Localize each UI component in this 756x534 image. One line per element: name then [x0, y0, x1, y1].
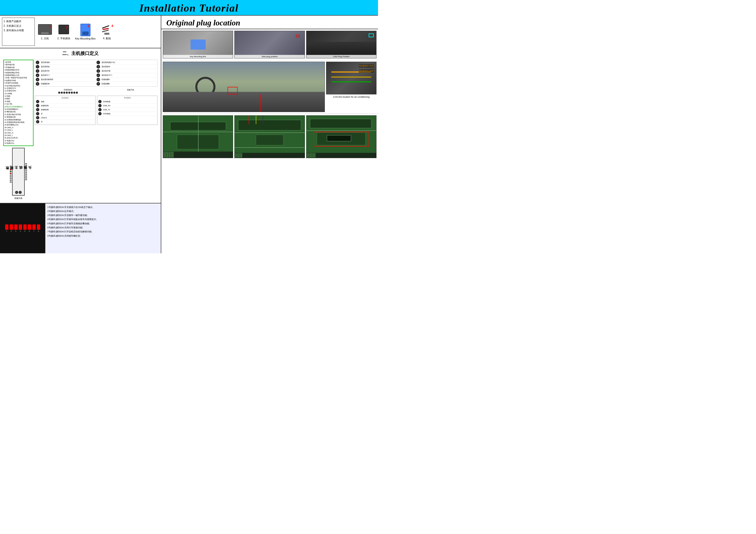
key-mount-photo-sim: [163, 31, 233, 58]
connector-label-24: 24.后视镜控制反电压电线: [5, 121, 32, 124]
pcb-connectors-bottom: [163, 152, 233, 158]
phone-module-title: 手机模块: [98, 97, 157, 99]
dip-num-2: 2: [11, 230, 12, 232]
dip-line-2: 2号拨码 拨到ON:拉手模式;: [47, 210, 159, 213]
dip-num-5: 5: [24, 230, 25, 232]
sbr-num-3: 3: [36, 108, 39, 111]
sbr-num-5: 5: [36, 116, 39, 119]
connector-label-22: 22.尾箱输出线: [5, 116, 32, 118]
start-btn-row-5: 5 LED灯1: [36, 116, 94, 120]
pcb-sim-1: [163, 115, 233, 158]
pcb-photos-row: [161, 114, 378, 160]
dip-line-6: 6号拨码 拨到ON:关闭行车落锁功能;: [47, 226, 159, 230]
pcb-conn-2: [165, 152, 167, 158]
rt-num-3: 3: [36, 69, 39, 73]
wiring-label: 4. 配线: [103, 37, 111, 40]
pin-l8: [10, 178, 12, 179]
checklist-item-1: 1. 检查产品配件: [4, 19, 33, 24]
sbr-num-1: 1: [36, 100, 39, 103]
pcb-photo-2: [234, 115, 305, 158]
sbr-text-3: 按键检测2: [40, 108, 94, 111]
rt-text-6: 回避圈控制: [40, 82, 96, 85]
dashboard-sim: [163, 92, 325, 112]
connector-label-2: 2.锁车输出线: [5, 64, 32, 66]
dip-line-1: 1号拨码 拨到ON:开关锁线只在ON状态下输出;: [47, 205, 159, 209]
pm-num-3: 3: [98, 108, 101, 111]
start-btn-row-6: 6 空: [36, 120, 94, 124]
start-btn-row-2: 2 按键检测1: [36, 104, 94, 108]
connector-label-15: 15地线: [5, 97, 32, 100]
pcb-conn2-3: [238, 153, 239, 158]
pin-l3: [10, 169, 12, 170]
pcb-conn2-2: [236, 153, 238, 158]
pm-row-3: 3 GSM_TX: [98, 108, 157, 112]
pin-r10: [25, 179, 27, 180]
dot-2: [61, 92, 63, 94]
pcb-conn3-2: [308, 153, 310, 158]
component-main-unit: 1 1. 主机: [37, 23, 52, 40]
dip-num-3: 3: [15, 230, 16, 232]
right-header: Original plug location: [161, 15, 378, 29]
interface-diagram: 1.起车线 2.锁车输出线 3.开锁输出线 4.钥匙检测线(常开) 5.钥匙检测…: [2, 59, 159, 201]
main-layout: 1. 检查产品配件 2. 主机接口定义 3. 原车插头分布图 1: [0, 15, 378, 253]
dip-num-6: 6: [29, 230, 30, 232]
can-photo-box: 橙绿接橙绿CAN高 橙棕接绿色CAN低: [326, 62, 376, 94]
sbr-num-6: 6: [36, 120, 39, 123]
car-interior-sim: [163, 62, 325, 112]
dip-btn-5: [23, 224, 27, 230]
dip-btn-7: [32, 224, 36, 230]
components-section: 1. 检查产品配件 2. 主机接口定义 3. 原车插头分布图 1: [0, 15, 161, 48]
pin-r8: [25, 175, 27, 177]
interface-section: 二、主机接口定义 1.起车线 2.锁车输出线 3.开锁输出线 4.钥匙检测线(常…: [0, 48, 161, 203]
key-mount-photo: Key Mounting Box: [163, 31, 233, 59]
rt-num-9: 9: [96, 69, 100, 73]
start-plug-photo-sim: [235, 31, 305, 58]
start-btn-section: 启动按钮 1 地线 2 按键检测1 3 按键检测2: [35, 96, 95, 125]
pin-r4: [25, 168, 27, 170]
left-pins: [10, 166, 12, 183]
main-rows-table: 1 遥控器地线 7 遥控器电源(3.3V) 2 遥控器尾箱 8 遥控器锁车: [35, 60, 157, 87]
checklist-item-3: 3. 原车插头分布图: [4, 28, 33, 33]
dip-col-5: 5: [23, 224, 27, 232]
connector-label-6: 6.钥匙检测线(公共): [5, 74, 32, 77]
page-header: Installation Tutorial: [0, 0, 378, 15]
dip-col-7: 7: [32, 224, 36, 232]
pcb-connectors-bottom2: [235, 153, 305, 158]
pcb-comp-4: [256, 135, 284, 145]
pcb-conn-3: [167, 152, 168, 158]
interface-right-tables: 1 遥控器地线 7 遥控器电源(3.3V) 2 遥控器尾箱 8 遥控器锁车: [35, 60, 157, 200]
rt-text-7: 遥控器电源(3.3V): [101, 61, 157, 64]
connector-label-13: 13.LINE线: [5, 92, 32, 95]
pcb-conn-5: [170, 152, 172, 158]
pin-l5: [10, 173, 12, 174]
dip-col-1: 1: [5, 224, 9, 232]
dip-btn-2: [10, 224, 13, 230]
rt-text-2: 遥控器尾箱: [40, 65, 96, 68]
start-btn-row-3: 3 按键检测2: [36, 108, 94, 112]
key-mount-photo-label: Key Mounting Box: [163, 55, 233, 58]
can-high-label: 橙绿接橙绿CAN高: [359, 64, 374, 67]
dot-1: [58, 92, 60, 94]
connector-label-26: 26.CAN2_H: [5, 126, 32, 129]
start-plug-marker: [296, 35, 300, 37]
dark-wire-pcb: [262, 115, 263, 124]
pin-l6: [10, 174, 12, 176]
sbr-num-4: 4: [36, 112, 39, 115]
pcb-conn3-6: [314, 153, 315, 158]
pm-num-1: 1: [98, 100, 101, 103]
bottom-plug-sections: 启动按钮 1 地线 2 按键检测1 3 按键检测2: [35, 96, 157, 125]
connector-label-21: 21.应急灯输出信号线: [5, 113, 32, 116]
component-items: 1 1. 主机 2: [37, 18, 159, 46]
pin-r1: [25, 163, 27, 165]
rt-text-3: 遥控器寻车: [40, 69, 96, 72]
pcb-conn2-5: [241, 153, 242, 158]
pin-r2: [25, 165, 27, 166]
rt-row-3: 3 遥控器寻车 9 遥控器开锁: [36, 69, 157, 73]
dot-6: [71, 92, 73, 94]
rt-num-11: 11: [96, 78, 100, 81]
pin-r7: [25, 174, 27, 175]
dot-8: [76, 92, 78, 94]
dip-line-8: 8号拨码 拨到ON:关闭锁车喇叭音;: [47, 234, 159, 238]
dot-7: [73, 92, 75, 94]
rt-num-12: 12: [96, 82, 100, 86]
